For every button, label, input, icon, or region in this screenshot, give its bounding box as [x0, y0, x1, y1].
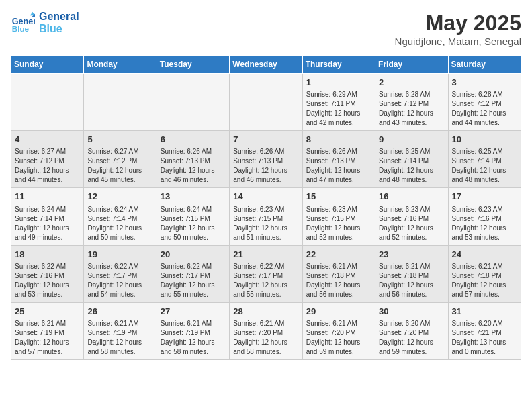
day-info: Sunrise: 6:26 AM Sunset: 7:13 PM Dayligh… — [161, 147, 226, 185]
day-info: Sunrise: 6:20 AM Sunset: 7:21 PM Dayligh… — [452, 319, 517, 357]
day-info: Sunrise: 6:22 AM Sunset: 7:17 PM Dayligh… — [161, 262, 226, 300]
day-info: Sunrise: 6:20 AM Sunset: 7:20 PM Dayligh… — [379, 319, 444, 357]
day-info: Sunrise: 6:24 AM Sunset: 7:14 PM Dayligh… — [15, 205, 80, 242]
day-number: 25 — [15, 306, 80, 318]
calendar-cell: 13Sunrise: 6:24 AM Sunset: 7:15 PM Dayli… — [157, 188, 229, 245]
day-number: 31 — [452, 306, 517, 318]
day-number: 27 — [161, 306, 226, 318]
day-number: 14 — [233, 191, 298, 203]
location-title: Nguidjlone, Matam, Senegal — [395, 36, 521, 47]
calendar-cell: 30Sunrise: 6:20 AM Sunset: 7:20 PM Dayli… — [375, 302, 448, 359]
week-row-1: 1Sunrise: 6:29 AM Sunset: 7:11 PM Daylig… — [11, 74, 521, 131]
calendar-cell: 12Sunrise: 6:24 AM Sunset: 7:14 PM Dayli… — [84, 188, 157, 245]
day-info: Sunrise: 6:27 AM Sunset: 7:12 PM Dayligh… — [87, 147, 152, 185]
day-number: 29 — [306, 306, 371, 318]
day-info: Sunrise: 6:25 AM Sunset: 7:14 PM Dayligh… — [379, 147, 444, 185]
day-info: Sunrise: 6:23 AM Sunset: 7:16 PM Dayligh… — [452, 205, 517, 242]
day-info: Sunrise: 6:21 AM Sunset: 7:18 PM Dayligh… — [379, 262, 444, 300]
calendar-cell: 7Sunrise: 6:26 AM Sunset: 7:13 PM Daylig… — [230, 131, 302, 188]
calendar-cell: 6Sunrise: 6:26 AM Sunset: 7:13 PM Daylig… — [157, 131, 229, 188]
day-info: Sunrise: 6:22 AM Sunset: 7:17 PM Dayligh… — [233, 262, 298, 300]
day-info: Sunrise: 6:21 AM Sunset: 7:18 PM Dayligh… — [452, 262, 517, 300]
calendar-table: SundayMondayTuesdayWednesdayThursdayFrid… — [11, 55, 521, 360]
day-number: 24 — [452, 248, 517, 261]
calendar-cell: 16Sunrise: 6:23 AM Sunset: 7:16 PM Dayli… — [375, 188, 448, 245]
week-row-5: 25Sunrise: 6:21 AM Sunset: 7:19 PM Dayli… — [11, 302, 521, 359]
calendar-cell — [11, 74, 84, 131]
calendar-cell: 29Sunrise: 6:21 AM Sunset: 7:20 PM Dayli… — [302, 302, 375, 359]
logo: General Blue General Blue — [11, 11, 79, 35]
calendar-cell: 25Sunrise: 6:21 AM Sunset: 7:19 PM Dayli… — [11, 302, 84, 359]
day-info: Sunrise: 6:24 AM Sunset: 7:14 PM Dayligh… — [87, 205, 152, 242]
calendar-cell: 5Sunrise: 6:27 AM Sunset: 7:12 PM Daylig… — [84, 131, 157, 188]
title-block: May 2025 Nguidjlone, Matam, Senegal — [395, 11, 521, 47]
svg-text:Blue: Blue — [12, 24, 30, 33]
calendar-cell: 24Sunrise: 6:21 AM Sunset: 7:18 PM Dayli… — [448, 245, 521, 302]
day-number: 10 — [452, 134, 517, 146]
day-info: Sunrise: 6:28 AM Sunset: 7:12 PM Dayligh… — [379, 90, 444, 128]
day-info: Sunrise: 6:23 AM Sunset: 7:15 PM Dayligh… — [233, 205, 298, 242]
day-header-friday: Friday — [375, 56, 448, 74]
day-number: 18 — [15, 248, 80, 261]
day-info: Sunrise: 6:21 AM Sunset: 7:19 PM Dayligh… — [161, 319, 226, 357]
day-number: 8 — [306, 134, 371, 146]
day-number: 30 — [379, 306, 444, 318]
day-number: 7 — [233, 134, 298, 146]
day-info: Sunrise: 6:21 AM Sunset: 7:20 PM Dayligh… — [233, 319, 298, 357]
days-header-row: SundayMondayTuesdayWednesdayThursdayFrid… — [11, 56, 521, 74]
calendar-cell: 3Sunrise: 6:28 AM Sunset: 7:12 PM Daylig… — [448, 74, 521, 131]
day-number: 13 — [161, 191, 226, 203]
day-number: 21 — [233, 248, 298, 261]
day-number: 22 — [306, 248, 371, 261]
week-row-2: 4Sunrise: 6:27 AM Sunset: 7:12 PM Daylig… — [11, 131, 521, 188]
day-info: Sunrise: 6:28 AM Sunset: 7:12 PM Dayligh… — [452, 90, 517, 128]
day-header-saturday: Saturday — [448, 56, 521, 74]
day-number: 5 — [87, 134, 152, 146]
calendar-cell — [84, 74, 157, 131]
logo-general: General — [39, 11, 79, 23]
day-info: Sunrise: 6:21 AM Sunset: 7:20 PM Dayligh… — [306, 319, 371, 357]
day-info: Sunrise: 6:22 AM Sunset: 7:16 PM Dayligh… — [15, 262, 80, 300]
calendar-cell: 20Sunrise: 6:22 AM Sunset: 7:17 PM Dayli… — [157, 245, 229, 302]
calendar-cell: 21Sunrise: 6:22 AM Sunset: 7:17 PM Dayli… — [230, 245, 302, 302]
day-header-thursday: Thursday — [302, 56, 375, 74]
day-info: Sunrise: 6:23 AM Sunset: 7:16 PM Dayligh… — [379, 205, 444, 242]
page-header: General Blue General Blue May 2025 Nguid… — [11, 11, 521, 47]
day-number: 4 — [15, 134, 80, 146]
calendar-cell: 22Sunrise: 6:21 AM Sunset: 7:18 PM Dayli… — [302, 245, 375, 302]
day-header-wednesday: Wednesday — [230, 56, 302, 74]
calendar-cell: 19Sunrise: 6:22 AM Sunset: 7:17 PM Dayli… — [84, 245, 157, 302]
day-header-monday: Monday — [84, 56, 157, 74]
day-info: Sunrise: 6:23 AM Sunset: 7:15 PM Dayligh… — [306, 205, 371, 242]
calendar-cell: 2Sunrise: 6:28 AM Sunset: 7:12 PM Daylig… — [375, 74, 448, 131]
day-number: 9 — [379, 134, 444, 146]
calendar-cell — [230, 74, 302, 131]
calendar-cell: 14Sunrise: 6:23 AM Sunset: 7:15 PM Dayli… — [230, 188, 302, 245]
calendar-cell: 8Sunrise: 6:26 AM Sunset: 7:13 PM Daylig… — [302, 131, 375, 188]
day-info: Sunrise: 6:22 AM Sunset: 7:17 PM Dayligh… — [87, 262, 152, 300]
day-number: 12 — [87, 191, 152, 203]
calendar-cell: 9Sunrise: 6:25 AM Sunset: 7:14 PM Daylig… — [375, 131, 448, 188]
day-number: 28 — [233, 306, 298, 318]
day-number: 17 — [452, 191, 517, 203]
day-number: 23 — [379, 248, 444, 261]
day-info: Sunrise: 6:26 AM Sunset: 7:13 PM Dayligh… — [233, 147, 298, 185]
calendar-cell: 23Sunrise: 6:21 AM Sunset: 7:18 PM Dayli… — [375, 245, 448, 302]
calendar-cell: 1Sunrise: 6:29 AM Sunset: 7:11 PM Daylig… — [302, 74, 375, 131]
day-header-sunday: Sunday — [11, 56, 84, 74]
day-info: Sunrise: 6:21 AM Sunset: 7:19 PM Dayligh… — [87, 319, 152, 357]
calendar-cell: 17Sunrise: 6:23 AM Sunset: 7:16 PM Dayli… — [448, 188, 521, 245]
calendar-cell: 26Sunrise: 6:21 AM Sunset: 7:19 PM Dayli… — [84, 302, 157, 359]
logo-blue: Blue — [39, 23, 79, 35]
day-info: Sunrise: 6:21 AM Sunset: 7:19 PM Dayligh… — [15, 319, 80, 357]
day-number: 15 — [306, 191, 371, 203]
day-number: 6 — [161, 134, 226, 146]
calendar-cell: 4Sunrise: 6:27 AM Sunset: 7:12 PM Daylig… — [11, 131, 84, 188]
calendar-cell: 31Sunrise: 6:20 AM Sunset: 7:21 PM Dayli… — [448, 302, 521, 359]
calendar-cell: 15Sunrise: 6:23 AM Sunset: 7:15 PM Dayli… — [302, 188, 375, 245]
month-title: May 2025 — [395, 11, 521, 36]
calendar-cell: 11Sunrise: 6:24 AM Sunset: 7:14 PM Dayli… — [11, 188, 84, 245]
day-info: Sunrise: 6:21 AM Sunset: 7:18 PM Dayligh… — [306, 262, 371, 300]
day-info: Sunrise: 6:29 AM Sunset: 7:11 PM Dayligh… — [306, 90, 371, 128]
logo-icon: General Blue — [11, 11, 35, 35]
